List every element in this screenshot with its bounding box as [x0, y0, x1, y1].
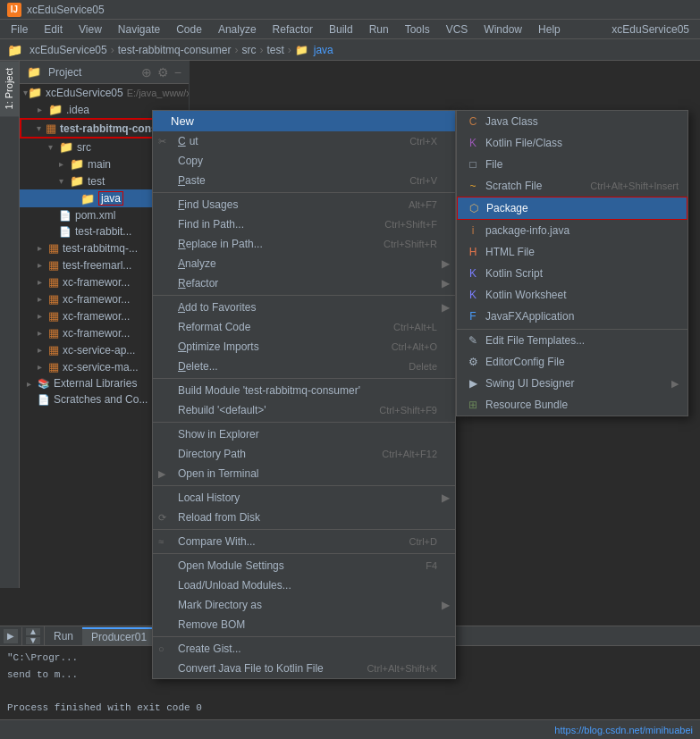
ctx-reload[interactable]: ⟳ Reload from Disk: [153, 508, 455, 527]
terminal-icon: ▶: [158, 468, 165, 480]
ctx-add-favorites[interactable]: Add to Favorites ▶: [153, 295, 455, 317]
title-bar: IJ xcEduService05: [0, 0, 700, 20]
breadcrumb-part-3[interactable]: test: [266, 44, 283, 56]
submenu-resource-bundle[interactable]: ⊞ Resource Bundle: [457, 394, 687, 416]
ctx-cut[interactable]: ✂ Cut Ctrl+X: [153, 131, 455, 151]
package-info-icon: i: [466, 223, 480, 238]
java-class-icon: C: [466, 114, 480, 129]
sidebar-tab-project[interactable]: 1: Project: [0, 61, 19, 116]
ctx-compare[interactable]: ≈ Compare With... Ctrl+D: [153, 529, 455, 551]
bottom-line-4: Process finished with exit code 0: [7, 700, 693, 717]
bottom-tab-producer[interactable]: Producer01: [82, 627, 156, 645]
mark-dir-arrow-icon: ▶: [442, 599, 450, 611]
ctx-directory-path[interactable]: Directory Path Ctrl+Alt+F12: [153, 444, 455, 464]
menu-edit[interactable]: Edit: [37, 21, 70, 38]
ctx-rebuild[interactable]: Rebuild '<default>' Ctrl+Shift+F9: [153, 400, 455, 420]
down-button[interactable]: ▼: [26, 637, 40, 644]
breadcrumb: 📁 xcEduService05 › test-rabbitmq-consume…: [0, 39, 700, 61]
submenu-scratch-file[interactable]: ~ Scratch File Ctrl+Alt+Shift+Insert: [457, 175, 687, 197]
submenu-editorconfig[interactable]: ⚙ EditorConfig File: [457, 351, 687, 373]
ctx-optimize-imports[interactable]: Optimize Imports Ctrl+Alt+O: [153, 337, 455, 357]
menu-file[interactable]: File: [4, 21, 35, 38]
menu-vcs[interactable]: VCS: [439, 21, 476, 38]
ctx-build-module[interactable]: Build Module 'test-rabbitmq-consumer': [153, 378, 455, 400]
swing-designer-icon: ▶: [466, 376, 480, 390]
context-menu-header: New: [153, 111, 455, 131]
submenu-package[interactable]: ⬡ Package: [457, 197, 687, 220]
submenu-kotlin-worksheet[interactable]: K Kotlin Worksheet: [457, 284, 687, 306]
up-button[interactable]: ▲: [26, 628, 40, 635]
play-button[interactable]: ▶: [4, 629, 18, 643]
menu-refactor[interactable]: Refactor: [266, 21, 320, 38]
menu-run[interactable]: Run: [362, 21, 396, 38]
breadcrumb-part-4[interactable]: java: [314, 44, 333, 56]
breadcrumb-part-0[interactable]: xcEduService05: [30, 44, 107, 56]
menu-navigate[interactable]: Navigate: [111, 21, 167, 38]
settings-icon[interactable]: ⚙: [157, 65, 169, 80]
history-arrow-icon: ▶: [442, 491, 450, 504]
status-right: https://blog.csdn.net/minihuabei: [554, 725, 693, 735]
kotlin-file-icon: K: [466, 136, 480, 150]
javafx-icon: F: [466, 309, 480, 323]
ctx-open-terminal[interactable]: ▶ Open in Terminal: [153, 464, 455, 483]
menu-window[interactable]: Window: [477, 21, 529, 38]
ctx-paste[interactable]: Paste Ctrl+V: [153, 171, 455, 190]
title-text: xcEduService05: [27, 4, 105, 16]
new-submenu: C Java Class K Kotlin File/Class □ File …: [456, 110, 688, 416]
submenu-package-info[interactable]: i package-info.java: [457, 220, 687, 241]
panel-header: 📁 Project ⊕ ⚙ −: [20, 61, 189, 84]
ctx-refactor[interactable]: Refactor ▶: [153, 273, 455, 293]
favorites-arrow-icon: ▶: [442, 301, 450, 314]
ctx-mark-directory[interactable]: Mark Directory as ▶: [153, 595, 455, 615]
panel-header-actions: ⊕ ⚙ −: [141, 65, 181, 80]
breadcrumb-part-2[interactable]: src: [241, 44, 256, 56]
ctx-find-usages[interactable]: Find Usages Alt+F7: [153, 192, 455, 214]
menu-help[interactable]: Help: [531, 21, 568, 38]
breadcrumb-part-1[interactable]: test-rabbitmq-consumer: [118, 44, 232, 56]
sidebar-tabs: 1: Project: [0, 61, 20, 588]
submenu-kotlin-script[interactable]: K Kotlin Script: [457, 263, 687, 284]
tree-item-root[interactable]: ▾ 📁 xcEduService05 E:/java_www/xcEduServ…: [20, 84, 189, 101]
ctx-find-in-path[interactable]: Find in Path... Ctrl+Shift+F: [153, 214, 455, 234]
bottom-tab-run[interactable]: Run: [45, 628, 82, 644]
compare-icon: ≈: [158, 536, 164, 547]
ctx-local-history[interactable]: Local History ▶: [153, 485, 455, 508]
ctx-module-settings[interactable]: Open Module Settings F4: [153, 553, 455, 575]
ctx-show-explorer[interactable]: Show in Explorer: [153, 422, 455, 444]
gist-icon: ○: [158, 643, 164, 654]
ctx-replace-in-path[interactable]: Replace in Path... Ctrl+Shift+R: [153, 234, 455, 254]
submenu-edit-templates[interactable]: ✎ Edit File Templates...: [457, 329, 687, 351]
ctx-reformat[interactable]: Reformat Code Ctrl+Alt+L: [153, 317, 455, 337]
sync-icon[interactable]: ⊕: [141, 65, 152, 80]
submenu-javafx[interactable]: F JavaFXApplication: [457, 306, 687, 327]
refactor-arrow-icon: ▶: [442, 277, 450, 290]
reload-icon: ⟳: [158, 512, 166, 524]
cut-icon: ✂: [158, 136, 166, 147]
menu-tools[interactable]: Tools: [398, 21, 437, 38]
ctx-convert-kotlin[interactable]: Convert Java File to Kotlin File Ctrl+Al…: [153, 659, 455, 678]
submenu-swing-designer[interactable]: ▶ Swing UI Designer ▶: [457, 373, 687, 394]
menu-analyze[interactable]: Analyze: [211, 21, 264, 38]
menu-bar: File Edit View Navigate Code Analyze Ref…: [0, 20, 700, 39]
panel-title: Project: [48, 66, 81, 79]
submenu-java-class[interactable]: C Java Class: [457, 111, 687, 132]
menu-view[interactable]: View: [72, 21, 109, 38]
edit-templates-icon: ✎: [466, 333, 480, 348]
kotlin-worksheet-icon: K: [466, 288, 480, 302]
ctx-analyze[interactable]: Analyze ▶: [153, 254, 455, 273]
kotlin-script-icon: K: [466, 266, 480, 281]
ctx-remove-bom[interactable]: Remove BOM: [153, 615, 455, 634]
ctx-create-gist[interactable]: ○ Create Gist...: [153, 636, 455, 659]
ctx-load-unload[interactable]: Load/Unload Modules...: [153, 575, 455, 595]
submenu-kotlin-class[interactable]: K Kotlin File/Class: [457, 132, 687, 154]
menu-build[interactable]: Build: [322, 21, 360, 38]
analyze-arrow-icon: ▶: [442, 257, 450, 270]
menu-code[interactable]: Code: [169, 21, 209, 38]
editorconfig-icon: ⚙: [466, 355, 480, 369]
ctx-delete[interactable]: Delete... Delete: [153, 357, 455, 376]
submenu-file[interactable]: □ File: [457, 154, 687, 175]
minimize-icon[interactable]: −: [174, 65, 181, 80]
submenu-html-file[interactable]: H HTML File: [457, 241, 687, 263]
bottom-line-3: [7, 683, 693, 700]
ctx-copy[interactable]: Copy: [153, 151, 455, 171]
